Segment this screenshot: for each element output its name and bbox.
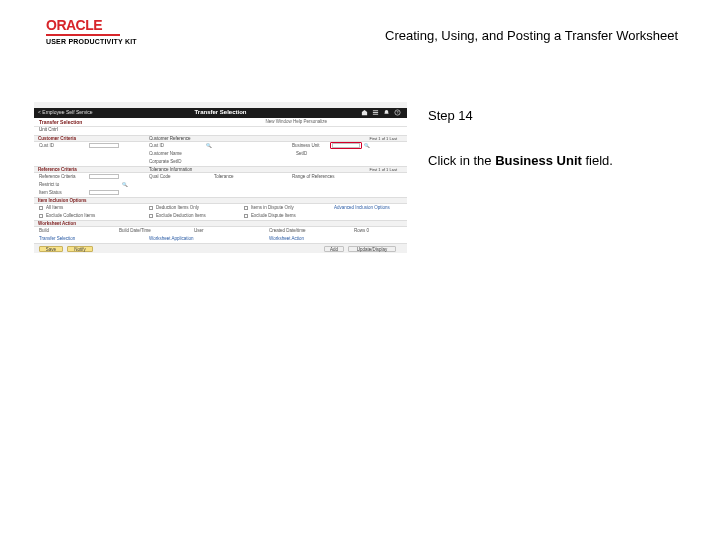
help-icon[interactable]: ? [394,109,401,116]
instr-suffix: field. [582,153,613,168]
save-button[interactable]: Save [39,246,63,252]
lookup-icon[interactable]: 🔍 [206,144,212,149]
lbl-user: User [194,229,204,234]
cb-exclude-dispute[interactable] [244,214,248,218]
unit-crumb: Unit Cntrl [39,128,58,133]
bell-icon[interactable] [383,109,390,116]
section-label: Customer Criteria [38,137,76,142]
label-customer-name: Customer Name [149,152,182,157]
top-hint: New Window Help Personalize [265,120,327,125]
app-header-bar: < Employee Self Service Transfer Selecti… [34,108,407,118]
section-label: Item Inclusion Options [38,199,87,204]
lnk-worksheet-app[interactable]: Worksheet Application [149,237,193,242]
lnk-transfer-selection[interactable]: Transfer Selection [39,237,75,242]
instr-prefix: Click in the [428,153,495,168]
lnk-worksheet-action[interactable]: Worksheet Action [269,237,304,242]
add-button[interactable]: Add [324,246,344,252]
section-item-inclusion: Item Inclusion Options [34,197,407,204]
notify-button[interactable]: Notify [67,246,93,252]
cb-exclude-deduction[interactable] [149,214,153,218]
ref-criteria-select[interactable] [89,174,119,179]
section-worksheet-action: Worksheet Action [34,220,407,227]
button-bar: Save Notify Add Update/Display [34,243,407,253]
cust-id-select[interactable] [89,143,119,148]
update-display-button[interactable]: Update/Display [348,246,396,252]
cb-dispute-only[interactable] [244,206,248,210]
instr-bold: Business Unit [495,153,582,168]
label-business-unit: Business Unit [292,144,320,149]
lbl-build-date: Build Date/Time [119,229,151,234]
business-unit-field[interactable] [332,143,360,148]
brand-underline [46,34,120,36]
label-qual-code: Qual Code [149,175,171,180]
instruction-panel: Step 14 Click in the Business Unit field… [428,108,613,168]
pager2[interactable]: First 1 of 1 Last [369,168,397,172]
home-icon[interactable] [361,109,368,116]
label-setid-right: SetID [296,152,307,157]
brand-kit-label: USER PRODUCTIVITY KIT [46,38,137,45]
pager[interactable]: First 1 of 1 Last [369,137,397,141]
lbl-rows: Rows 0 [354,229,369,234]
label-range-ref: Range of References [292,175,335,180]
menu-icon[interactable] [372,109,379,116]
label-tolerance: Tolerance [214,175,234,180]
section-customer-criteria: Customer Criteria Customer Reference Fir… [34,135,407,142]
cb-all-items[interactable] [39,206,43,210]
back-link[interactable]: < Employee Self Service [38,110,93,115]
label-custid2: Cust ID [149,144,164,149]
app-screenshot: < Employee Self Service Transfer Selecti… [34,102,407,320]
label-item-status: Item Status [39,191,62,196]
section-mid: Customer Reference [149,137,191,142]
lbl-build: Build [39,229,49,234]
oracle-logo: ORACLE [46,18,137,32]
adv-inclusion-link[interactable]: Advanced Inclusion Options [334,206,390,211]
cb-exclude-collection[interactable] [39,214,43,218]
instruction-text: Click in the Business Unit field. [428,153,613,168]
label-restrict: Restrict to [39,183,59,188]
bu-lookup-icon[interactable]: 🔍 [364,144,370,149]
section-label: Reference Criteria [38,168,77,173]
step-label: Step 14 [428,108,613,123]
section-label: Worksheet Action [38,222,76,227]
section-mid: Tolerance Information [149,168,192,173]
svg-text:?: ? [397,111,399,115]
page-title: Creating, Using, and Posting a Transfer … [385,28,678,43]
label-custid: Cust ID [39,144,54,149]
label-ref-criteria: Reference Criteria [39,175,76,180]
lbl-exclude-dispute: Exclude Dispute Items [251,214,296,219]
lbl-dispute-only: Items in Dispute Only [251,206,294,211]
label-corporate-setid: Corporate SetID [149,160,182,165]
brand-block: ORACLE USER PRODUCTIVITY KIT [46,18,137,45]
lookup-icon-2[interactable]: 🔍 [122,183,128,188]
item-status-select[interactable] [89,190,119,195]
page-heading: Transfer Selection [39,120,82,125]
cb-deduction-only[interactable] [149,206,153,210]
lbl-all-items: All Items [46,206,63,211]
lbl-deduction-only: Deduction Items Only [156,206,199,211]
screen-title: Transfer Selection [194,109,246,115]
section-reference-criteria: Reference Criteria Tolerance Information… [34,166,407,173]
lbl-created-dt: Created Date/time [269,229,306,234]
lbl-exclude-deduction: Exclude Deduction Items [156,214,206,219]
lbl-exclude-collection: Exclude Collection Items [46,214,95,219]
